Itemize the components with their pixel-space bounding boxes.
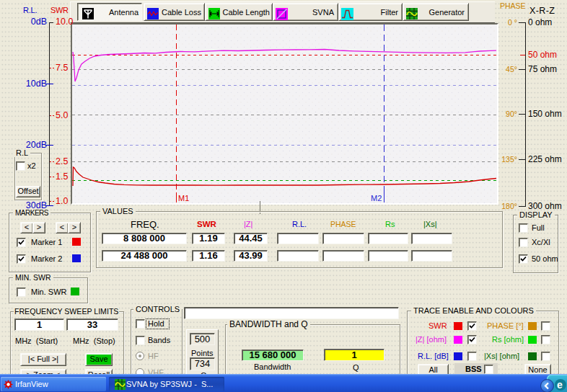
svg-text:M1: M1 <box>178 194 189 202</box>
svg-text:M2: M2 <box>371 194 382 202</box>
